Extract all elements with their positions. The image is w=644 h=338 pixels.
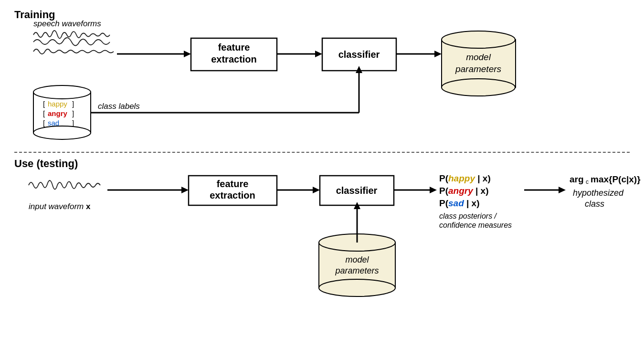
svg-rect-35	[189, 176, 277, 205]
svg-text:parameters: parameters	[455, 64, 502, 74]
svg-rect-2	[191, 38, 277, 71]
svg-text:extraction: extraction	[211, 54, 257, 64]
svg-rect-16	[33, 92, 91, 133]
svg-marker-50	[559, 187, 566, 193]
svg-text:angry: angry	[48, 109, 68, 117]
svg-marker-1	[184, 51, 191, 57]
svg-text:c: c	[586, 179, 589, 185]
svg-text:classifier: classifier	[336, 185, 378, 196]
svg-text:confidence measures: confidence measures	[439, 221, 512, 229]
svg-point-58	[319, 279, 395, 296]
svg-text:feature: feature	[217, 179, 249, 189]
svg-rect-40	[320, 176, 394, 205]
svg-text:[: [	[43, 100, 45, 108]
svg-text:hypothesized: hypothesized	[573, 188, 624, 198]
svg-text:max{P(c|x)}: max{P(c|x)}	[591, 174, 641, 184]
svg-marker-31	[356, 66, 362, 73]
svg-point-13	[442, 79, 515, 96]
svg-text:[: [	[43, 109, 45, 117]
svg-text:classifier: classifier	[338, 49, 380, 60]
svg-point-57	[319, 234, 395, 251]
svg-rect-11	[442, 40, 516, 87]
section-divider	[14, 152, 630, 153]
use-section: Use (testing) input waveform x feature e…	[14, 158, 630, 320]
svg-text:model: model	[345, 255, 369, 264]
svg-text:]: ]	[72, 100, 74, 108]
svg-point-17	[33, 85, 91, 99]
svg-text:]: ]	[72, 119, 74, 127]
svg-text:sad: sad	[48, 119, 59, 127]
svg-marker-43	[430, 187, 437, 193]
use-label: Use (testing)	[14, 158, 630, 170]
svg-text:class: class	[585, 199, 604, 209]
svg-text:P(sad | x): P(sad | x)	[439, 198, 480, 208]
svg-text:P(angry | x): P(angry | x)	[439, 186, 489, 196]
svg-text:happy: happy	[48, 100, 67, 108]
use-svg: input waveform x feature extraction clas…	[14, 158, 644, 320]
svg-point-12	[442, 31, 515, 48]
svg-text:extraction: extraction	[210, 190, 255, 201]
svg-text:[: [	[43, 119, 45, 127]
svg-text:arg: arg	[570, 174, 584, 184]
svg-point-18	[33, 126, 91, 139]
speech-waveforms-label: speech waveforms	[33, 19, 101, 29]
svg-marker-62	[354, 202, 360, 209]
training-label: Training	[14, 9, 630, 21]
svg-marker-34	[181, 187, 189, 193]
svg-rect-7	[322, 38, 396, 71]
training-section: Training feature extraction classifier	[14, 9, 630, 147]
svg-text:]: ]	[72, 109, 74, 117]
svg-text:feature: feature	[218, 42, 250, 53]
svg-marker-6	[315, 51, 322, 57]
svg-text:parameters: parameters	[335, 266, 379, 275]
svg-text:P(happy | x): P(happy | x)	[439, 173, 491, 183]
svg-text:model: model	[466, 52, 491, 62]
diagram-container: Training feature extraction classifier	[0, 0, 644, 338]
svg-rect-56	[319, 243, 395, 288]
svg-text:input waveform x: input waveform x	[29, 202, 91, 211]
svg-marker-10	[434, 51, 442, 57]
training-svg: feature extraction classifier model para…	[14, 9, 644, 147]
svg-marker-39	[313, 187, 320, 193]
svg-text:class labels: class labels	[98, 102, 140, 111]
svg-text:class posteriors /: class posteriors /	[439, 212, 497, 220]
